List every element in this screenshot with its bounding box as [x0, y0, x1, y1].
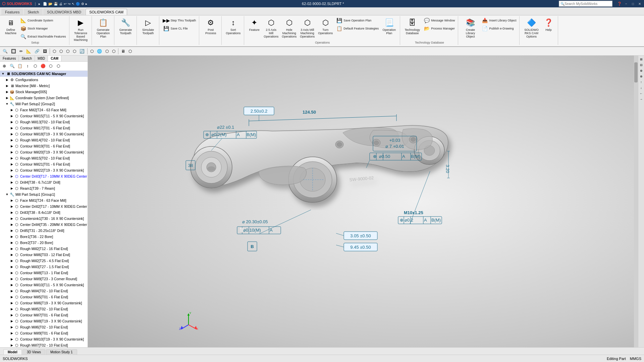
drill4-toggle[interactable]: ▶: [9, 180, 14, 185]
tree-roughmill7[interactable]: ▶ ⬡ Rough Mill7[T02 - 10 Flat End]: [0, 342, 88, 347]
lp-more-btn[interactable]: ⬡: [55, 62, 62, 70]
mill-2-5-btn[interactable]: ⬡ 2.5 Axis Mill Operations: [262, 17, 280, 39]
tree-coord[interactable]: ▶ 📐 Coordinate System [User Defined]: [0, 95, 88, 101]
tree-contour15[interactable]: ▶ ⬡ Contour Mill15[T11 - 5 X 90 Counters…: [0, 113, 88, 119]
contour21-toggle[interactable]: ▶: [9, 162, 14, 167]
tree-contour10b[interactable]: ▶ ⬡ Contour Mill10[T19 - 3 X 90 Counters…: [0, 336, 88, 342]
gen-toolpath-btn[interactable]: 🔧 Generate Toolpath: [117, 17, 135, 36]
rp-btn7[interactable]: ←: [639, 91, 644, 96]
tab-sketch[interactable]: Sketch: [24, 9, 43, 15]
search-box[interactable]: 🔍: [559, 1, 612, 7]
ruler-btn[interactable]: 📐: [25, 48, 33, 54]
machine-toggle[interactable]: ▶: [5, 83, 9, 88]
tree-cdrill3[interactable]: ▶ ⬡ Center Drill3[T17 - 10MM X 90DEG Cen…: [0, 173, 88, 179]
rm2b-toggle[interactable]: ▶: [9, 258, 14, 263]
define-machine-btn[interactable]: 🖥 DefineMachine: [3, 17, 18, 36]
tech-db-btn[interactable]: 🗄 Technology Database: [403, 17, 422, 36]
gen-operation-plan-btn[interactable]: 📋 Generate Operation Plan: [95, 17, 112, 39]
rm3-toggle[interactable]: ▶: [9, 264, 14, 269]
tree-cdrill2[interactable]: ▶ ⬡ Center Drill2[T17 - 10MM X 90DEG Cen…: [0, 203, 88, 209]
setup2-toggle[interactable]: ▼: [5, 102, 9, 106]
tree-facemill1[interactable]: ▶ ⬡ Face Mill1[T24 - 63 Face Mill]: [0, 197, 88, 203]
tab-features[interactable]: Features: [1, 9, 23, 15]
contour22-toggle[interactable]: ▶: [9, 168, 14, 173]
simulate-btn[interactable]: ▷ Simulate Toolpath: [140, 17, 157, 36]
save-cl-btn[interactable]: 💾 Save CL File: [162, 25, 197, 32]
help-ribbon-btn[interactable]: ❓ Help: [541, 17, 556, 33]
cdrill4-toggle[interactable]: ▶: [9, 222, 14, 227]
cdrill3-toggle[interactable]: ▶: [9, 174, 14, 179]
tree-contour10[interactable]: ▶ ⬡ Contour Mill10[T11 - 5 X 90 Counters…: [0, 282, 88, 288]
c5-toggle[interactable]: ▶: [9, 295, 14, 299]
help-btn[interactable]: ❓: [617, 2, 622, 6]
c8b-toggle[interactable]: ▶: [9, 319, 14, 323]
viewport-scrollbar-v[interactable]: [634, 56, 638, 347]
print-btn[interactable]: 🖨: [59, 2, 62, 6]
contour17-toggle[interactable]: ▶: [9, 126, 14, 130]
rp-btn5[interactable]: ↑: [639, 80, 644, 84]
extract-features-btn[interactable]: 🔍 Extract Machinable Features: [19, 33, 67, 40]
tree-contour9[interactable]: ▶ ⬡ Contour Mill9[T23 - 3 Corner Round]: [0, 276, 88, 282]
step-thru-btn[interactable]: ▶▶ Step Thru Toolpath: [162, 17, 197, 24]
rebuild-btn[interactable]: 🔵: [76, 2, 80, 6]
cdrill2-toggle[interactable]: ▶: [9, 204, 14, 209]
rm5-toggle[interactable]: ▶: [9, 307, 14, 311]
scene-btn[interactable]: ⬡: [111, 48, 117, 54]
publish-edrawing-btn[interactable]: 📄 Publish e-Drawing: [480, 25, 517, 32]
c9b-toggle[interactable]: ▶: [9, 331, 14, 336]
coord-toggle[interactable]: ▶: [5, 96, 9, 100]
shadows-btn[interactable]: ⬡: [89, 48, 95, 54]
coord-system-btn[interactable]: 📐 Coordinate System: [19, 17, 67, 24]
tree-contour8[interactable]: ▶ ⬡ Contour Mill8[T13 - 1 Flat End]: [0, 270, 88, 276]
message-window-btn[interactable]: 💬 Message Window: [422, 17, 456, 24]
rm2-toggle[interactable]: ▶: [9, 246, 14, 251]
cs1-toggle[interactable]: ▶: [9, 216, 14, 221]
tree-contour19[interactable]: ▶ ⬡ Contour Mill19[T01 - 6 Flat End]: [0, 143, 88, 149]
root-toggle[interactable]: ▼: [1, 71, 5, 76]
lp-tab-features[interactable]: Features: [0, 56, 19, 61]
contour19-toggle[interactable]: ▶: [9, 144, 14, 148]
view-draft-btn[interactable]: ⬡: [65, 48, 71, 54]
display-screen-btn[interactable]: 🖥: [120, 48, 126, 54]
contour18-toggle[interactable]: ▶: [9, 132, 14, 136]
c10-toggle[interactable]: ▶: [9, 283, 14, 287]
tree-roughmill6[interactable]: ▶ ⬡ Rough Mill6[T02 - 10 Flat End]: [0, 324, 88, 330]
rp-btn2[interactable]: ⊟: [639, 63, 644, 67]
rp-btn3[interactable]: ⊕: [639, 68, 644, 73]
lp-filter-btn[interactable]: 📋: [16, 62, 23, 70]
tab-model[interactable]: Model: [3, 349, 22, 355]
lp-search-btn[interactable]: 🔍: [8, 62, 16, 70]
feature-btn[interactable]: ✦ Feature: [247, 17, 262, 33]
lp-tab-mbd[interactable]: MBD: [35, 56, 48, 61]
open-btn[interactable]: 📂: [48, 2, 52, 6]
maximize-btn[interactable]: □: [631, 1, 635, 6]
tree-contour6[interactable]: ▶ ⬡ Contour Mill6[T03 - 12 Flat End]: [0, 252, 88, 258]
quick-access[interactable]: ▸: [39, 2, 40, 6]
tree-drill5[interactable]: ▶ ⬡ Drill5[T31 - 20.25x118° Drill]: [0, 228, 88, 234]
tree-contour18[interactable]: ▶ ⬡ Contour Mill18[T19 - 3 X 90 Counters…: [0, 131, 88, 137]
tree-ream1[interactable]: ▶ ⬡ Ream1[T39 - 7 Ream]: [0, 185, 88, 191]
lp-tab-cam[interactable]: CAM: [48, 56, 61, 61]
tree-machine[interactable]: ▶ 🖥 Machine [Mill - Metric]: [0, 83, 88, 89]
realistic-btn[interactable]: ⬡: [104, 48, 110, 54]
facemill1-toggle[interactable]: ▶: [9, 198, 14, 203]
op-plan-btn[interactable]: 📃 Operation Plan: [380, 17, 398, 36]
rp-btn1[interactable]: ⊞: [639, 57, 644, 62]
more-view-btn[interactable]: ⬡: [127, 48, 133, 54]
tab-cam[interactable]: SOLIDWORKS CAM: [86, 9, 127, 15]
view-orient-btn[interactable]: 🔍: [1, 48, 9, 54]
drill3-toggle[interactable]: ▶: [9, 210, 14, 215]
contour20-toggle[interactable]: ▶: [9, 150, 14, 155]
tree-contour7[interactable]: ▶ ⬡ Contour Mill7[T01 - 6 Flat End]: [0, 312, 88, 318]
tree-contour8b[interactable]: ▶ ⬡ Contour Mill8[T19 - 3 X 90 Countersi…: [0, 318, 88, 324]
tab-mbd[interactable]: SOLIDWORKS MBD: [43, 9, 85, 15]
sort-ops-btn[interactable]: ↕ Sort Operations: [224, 17, 242, 36]
tree-roughmill2[interactable]: ▶ ⬡ Rough Mill2[T12 - 16 Flat End]: [0, 246, 88, 252]
rp-btn6[interactable]: ↓: [639, 85, 644, 90]
drill5-toggle[interactable]: ▶: [9, 228, 14, 233]
tree-drill3[interactable]: ▶ ⬡ Drill3[T38 - 8.4x118° Drill]: [0, 209, 88, 216]
zoom-to-fit-btn[interactable]: 🔲: [10, 48, 17, 54]
turn-ops-btn[interactable]: ⬡ Turn Operations: [317, 17, 334, 36]
tree-cdrill4[interactable]: ▶ ⬡ Center Drill4[T35 - 20MM X 90DEG Cen…: [0, 222, 88, 228]
tree-roughmill2b[interactable]: ▶ ⬡ Rough Mill2[T25 - 4.5 Flat End]: [0, 258, 88, 264]
